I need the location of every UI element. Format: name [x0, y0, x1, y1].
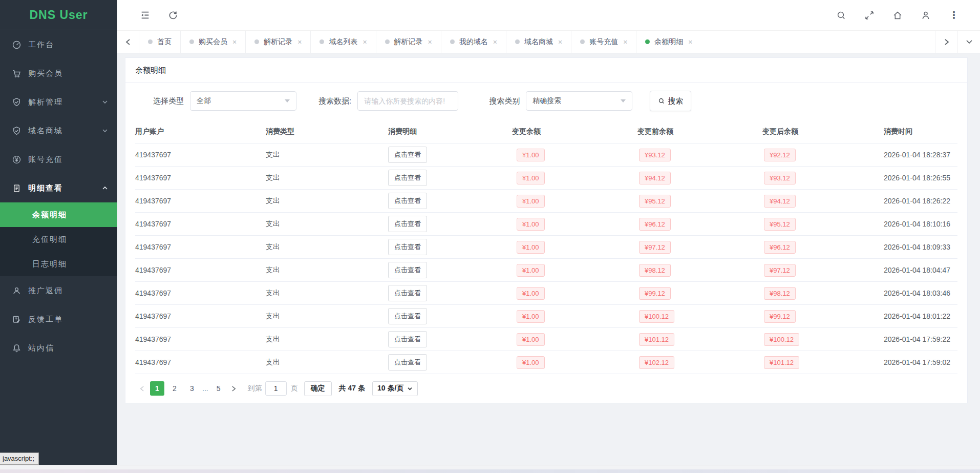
sidebar-item-recharge[interactable]: 账号充值: [0, 145, 117, 174]
cell-time: 2026-01-04 18:04:47: [884, 266, 957, 274]
tab-home[interactable]: 首页: [139, 31, 180, 53]
view-detail-button[interactable]: 点击查看: [388, 216, 427, 232]
cell-type: 支出: [266, 289, 388, 298]
cart-icon: [11, 68, 22, 78]
tab-close-icon[interactable]: ×: [363, 38, 367, 46]
tab-label: 账号充值: [589, 37, 618, 47]
sidebar: DNS User 工作台 购买会员 解析管理 域名商城 账: [0, 0, 117, 465]
pagination: 1 2 3 ... 5 到第 页 确定 共 47 条 10 条/页: [135, 381, 967, 396]
view-detail-button[interactable]: 点击查看: [388, 262, 427, 278]
tab-dot: [189, 39, 194, 44]
horizontal-scrollbar[interactable]: [0, 465, 980, 473]
search-icon[interactable]: [836, 10, 847, 21]
tab-dns-records-1[interactable]: 解析记录 ×: [245, 31, 310, 53]
cell-account: 419437697: [135, 312, 266, 320]
sidebar-item-detail-view[interactable]: 明细查看: [0, 174, 117, 202]
refresh-icon[interactable]: [167, 10, 179, 21]
sidebar-item-promotion[interactable]: 推广返佣: [0, 276, 117, 305]
sidebar-item-log-detail[interactable]: 日志明细: [0, 252, 117, 276]
home-icon[interactable]: [892, 10, 903, 21]
collapse-sidebar-icon[interactable]: [139, 10, 151, 21]
tab-dot: [450, 39, 455, 44]
tab-my-domains[interactable]: 我的域名 ×: [441, 31, 506, 53]
tab-dot: [148, 39, 153, 44]
after-badge: ¥100.12: [764, 333, 799, 346]
before-badge: ¥97.12: [639, 241, 671, 254]
page-number[interactable]: 3: [185, 381, 199, 396]
tab-label: 解析记录: [264, 37, 292, 47]
sidebar-item-label: 购买会员: [28, 69, 63, 78]
cell-account: 419437697: [135, 151, 266, 159]
after-badge: ¥95.12: [764, 218, 796, 231]
tab-close-icon[interactable]: ×: [297, 38, 302, 46]
sidebar-item-recharge-detail[interactable]: 充值明细: [0, 227, 117, 252]
sidebar-item-messages[interactable]: 站内信: [0, 334, 117, 362]
page-number[interactable]: 1: [150, 381, 164, 396]
tab-close-icon[interactable]: ×: [623, 38, 627, 46]
sidebar-item-domain-mall[interactable]: 域名商城: [0, 116, 117, 145]
view-detail-button[interactable]: 点击查看: [388, 308, 427, 324]
tab-buy-member[interactable]: 购买会员 ×: [180, 31, 245, 53]
goto-confirm-button[interactable]: 确定: [304, 381, 332, 396]
tab-close-icon[interactable]: ×: [428, 38, 432, 46]
type-filter-select[interactable]: 全部: [190, 91, 296, 111]
tab-dns-records-2[interactable]: 解析记录 ×: [376, 31, 441, 53]
page-number[interactable]: 5: [211, 381, 226, 396]
tab-domain-mall[interactable]: 域名商城 ×: [506, 31, 571, 53]
tabs-scroll-right-icon[interactable]: [935, 31, 957, 53]
view-detail-button[interactable]: 点击查看: [388, 239, 427, 255]
cell-time: 2026-01-04 18:09:33: [884, 243, 957, 251]
search-input[interactable]: [357, 91, 458, 111]
sidebar-item-buy-member[interactable]: 购买会员: [0, 59, 117, 88]
tab-label: 我的域名: [459, 37, 488, 47]
prev-page-icon[interactable]: [135, 385, 148, 392]
search-button[interactable]: 搜索: [650, 91, 691, 111]
tab-domain-list[interactable]: 域名列表 ×: [310, 31, 375, 53]
after-badge: ¥98.12: [764, 287, 796, 300]
before-badge: ¥95.12: [639, 195, 671, 208]
amount-badge: ¥1.00: [517, 356, 545, 369]
tab-label: 购买会员: [199, 37, 227, 47]
select-caret-icon: [621, 99, 626, 102]
amount-badge: ¥1.00: [517, 310, 545, 323]
sidebar-item-feedback[interactable]: 反馈工单: [0, 305, 117, 334]
sidebar-item-label: 域名商城: [28, 126, 63, 136]
page-size-select[interactable]: 10 条/页: [372, 381, 418, 396]
more-menu-icon[interactable]: ⋮: [948, 10, 960, 21]
type-filter-label: 选择类型: [153, 96, 184, 106]
submenu-item-label: 余额明细: [32, 210, 67, 220]
view-detail-button[interactable]: 点击查看: [388, 193, 427, 209]
view-detail-button[interactable]: 点击查看: [388, 331, 427, 347]
search-category-label: 搜索类别: [489, 96, 520, 106]
col-detail: 消费明细: [388, 127, 512, 136]
before-badge: ¥101.12: [639, 333, 674, 346]
sidebar-item-dns-manage[interactable]: 解析管理: [0, 88, 117, 116]
tab-close-icon[interactable]: ×: [558, 38, 562, 46]
dashboard-icon: [11, 39, 22, 50]
sidebar-item-workbench[interactable]: 工作台: [0, 30, 117, 59]
search-category-select[interactable]: 精确搜索: [526, 91, 632, 111]
view-detail-button[interactable]: 点击查看: [388, 147, 427, 163]
view-detail-button[interactable]: 点击查看: [388, 285, 427, 301]
tab-close-icon[interactable]: ×: [688, 38, 692, 46]
goto-page-input[interactable]: [265, 381, 287, 396]
view-detail-button[interactable]: 点击查看: [388, 354, 427, 371]
tab-label: 首页: [157, 37, 172, 47]
table-row: 419437697 支出 点击查看 ¥1.00 ¥97.12 ¥96.12 20…: [135, 236, 957, 259]
document-icon: [11, 183, 22, 193]
tab-balance-detail[interactable]: 余额明细 ×: [636, 31, 701, 53]
view-detail-button[interactable]: 点击查看: [388, 170, 427, 186]
tab-label: 域名商城: [524, 37, 553, 47]
tabs-scroll-left-icon[interactable]: [117, 31, 139, 53]
tab-close-icon[interactable]: ×: [232, 38, 237, 46]
sidebar-item-balance-detail[interactable]: 余额明细: [0, 202, 117, 227]
chevron-down-icon: [102, 129, 108, 133]
tab-label: 余额明细: [654, 37, 683, 47]
next-page-icon[interactable]: [227, 385, 241, 392]
user-icon[interactable]: [920, 10, 931, 21]
tabs-menu-icon[interactable]: [957, 31, 980, 53]
tab-recharge[interactable]: 账号充值 ×: [571, 31, 636, 53]
tab-close-icon[interactable]: ×: [493, 38, 497, 46]
fullscreen-icon[interactable]: [864, 10, 875, 21]
page-number[interactable]: 2: [167, 381, 182, 396]
